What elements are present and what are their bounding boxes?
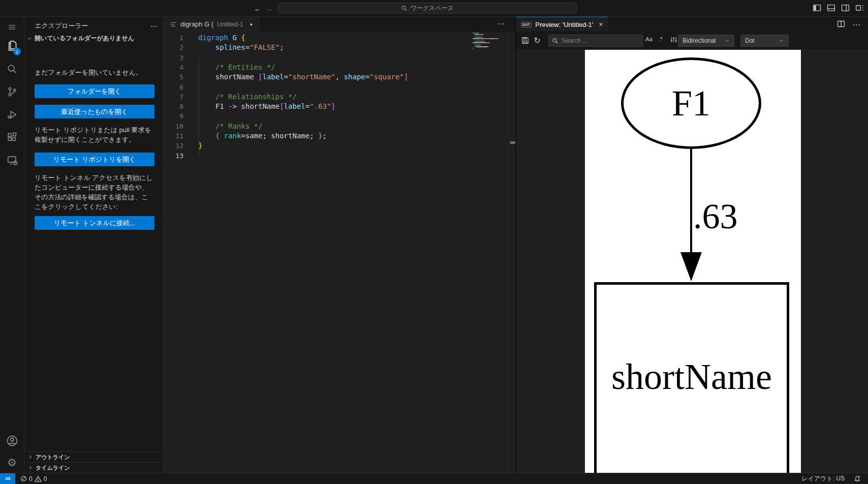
- line-number: 8: [164, 102, 183, 112]
- graph-edge-label: .63: [693, 196, 738, 237]
- error-count: 0: [29, 475, 33, 482]
- search-icon: [401, 5, 408, 12]
- preview-toolbar: ↻ Aa .* Bidirectional Dot: [516, 32, 868, 49]
- tab-untitled-1[interactable]: digraph G { Untitled-1 ●: [164, 17, 259, 32]
- code-line[interactable]: 10 /* Ranks */: [164, 122, 515, 132]
- code-line[interactable]: 3: [164, 53, 515, 63]
- chevron-right-icon: [27, 454, 34, 460]
- chevron-down-icon: [779, 38, 784, 44]
- code-line[interactable]: 4 /* Entities */: [164, 63, 515, 73]
- minimap[interactable]: [471, 33, 509, 94]
- code-line[interactable]: 2 splines="FALSE";: [164, 43, 515, 53]
- explorer-icon[interactable]: 1: [0, 37, 24, 54]
- match-case-icon[interactable]: Aa: [645, 36, 653, 42]
- errors-icon: [20, 475, 27, 482]
- code-line[interactable]: 5 shortName [label="shortName", shape="s…: [164, 72, 515, 82]
- toggle-panel-icon[interactable]: [827, 4, 835, 12]
- refresh-icon[interactable]: ↻: [531, 35, 543, 47]
- account-icon[interactable]: [0, 432, 24, 449]
- sidebar-more-icon[interactable]: ⋯: [150, 22, 158, 30]
- editor-scrollbar[interactable]: [509, 32, 515, 473]
- chevron-down-icon: [724, 38, 730, 44]
- preview-search-box[interactable]: [548, 35, 643, 47]
- filter-sliders-icon[interactable]: [670, 36, 677, 43]
- code-line[interactable]: 8 F1 -> shortName[label=".63"]: [164, 102, 515, 112]
- clone-repo-text: リモート リポジトリまたは pull 要求を複製せずに開くことができます。: [35, 125, 154, 144]
- back-icon[interactable]: ←: [253, 3, 263, 13]
- code-line[interactable]: 1digraph G {: [164, 33, 515, 43]
- remote-indicator[interactable]: ><: [0, 473, 15, 484]
- tab-preview-untitled-1[interactable]: DOT Preview: 'Untitled-1' ×: [516, 17, 608, 32]
- remote-tunnel-text: リモート トンネル アクセスを有効にしたコンピューターに接続する場合や、その方法…: [35, 173, 154, 211]
- split-editor-icon[interactable]: [837, 20, 845, 28]
- code-line[interactable]: 11 { rank=same; shortName; };: [164, 131, 515, 141]
- line-number: 1: [164, 33, 183, 43]
- close-icon[interactable]: ×: [599, 20, 603, 28]
- dot-file-icon: [170, 21, 177, 28]
- extensions-icon[interactable]: [0, 129, 24, 146]
- code-line[interactable]: 6: [164, 82, 515, 93]
- overview-ruler-cursor-mark: [510, 141, 515, 144]
- code-line[interactable]: 7 /* Relationships */: [164, 92, 515, 102]
- preview-pane: DOT Preview: 'Untitled-1' × ⋯ ↻ Aa .*: [515, 17, 868, 473]
- run-debug-icon[interactable]: [0, 106, 24, 123]
- direction-dropdown[interactable]: Bidirectional: [678, 35, 734, 47]
- line-number: 12: [164, 141, 183, 151]
- graph-node-shortname[interactable]: shortName: [594, 282, 789, 473]
- graph-preview-body[interactable]: F1 .63 shortName: [516, 49, 868, 473]
- search-icon: [552, 38, 559, 44]
- sidebar-title: エクスプローラー: [35, 21, 88, 31]
- graph-node-f1[interactable]: F1: [621, 57, 761, 149]
- source-control-icon[interactable]: [0, 83, 24, 100]
- problems-indicator[interactable]: 0 0: [20, 475, 47, 482]
- line-number: 5: [164, 72, 183, 82]
- command-center-search[interactable]: ワークスペース: [278, 3, 577, 14]
- remote-explorer-icon[interactable]: [0, 152, 24, 169]
- timeline-section-header[interactable]: タイムライン: [24, 462, 163, 473]
- chevron-down-icon: [26, 36, 33, 42]
- activity-bar: 1 ⚙: [0, 17, 24, 473]
- toggle-sidebar-icon[interactable]: [813, 4, 821, 12]
- save-icon[interactable]: [519, 35, 531, 47]
- settings-gear-icon[interactable]: ⚙: [0, 454, 24, 471]
- connect-tunnel-button[interactable]: リモート トンネルに接続...: [35, 216, 154, 230]
- preview-tab-title: Preview: 'Untitled-1': [535, 21, 593, 28]
- line-number: 4: [164, 63, 183, 73]
- open-remote-repository-button[interactable]: リモート リポジトリを開く: [35, 153, 154, 166]
- code-line[interactable]: 13: [164, 151, 515, 161]
- editor-group: digraph G { Untitled-1 ● ⋯ 1digraph G {2…: [164, 17, 515, 473]
- code-line[interactable]: 9: [164, 111, 515, 122]
- modified-dot-icon[interactable]: ●: [250, 22, 252, 27]
- open-folder-button[interactable]: フォルダーを開く: [35, 84, 154, 98]
- line-number: 13: [164, 151, 183, 161]
- engine-dropdown[interactable]: Dot: [740, 35, 789, 47]
- explorer-badge: 1: [13, 48, 21, 55]
- keyboard-layout-indicator[interactable]: レイアウト: US: [801, 474, 845, 483]
- warning-count: 0: [44, 475, 47, 482]
- notifications-bell-icon[interactable]: [854, 475, 861, 482]
- graph-arrowhead: [680, 252, 702, 281]
- graph-canvas[interactable]: F1 .63 shortName: [585, 50, 801, 473]
- code-editor[interactable]: 1digraph G {2 splines="FALSE";34 /* Enti…: [164, 32, 515, 473]
- graph-edge: [690, 149, 692, 254]
- preview-search-input[interactable]: [562, 37, 628, 44]
- dot-badge-icon: DOT: [521, 22, 532, 27]
- toggle-secondary-sidebar-icon[interactable]: [841, 4, 850, 12]
- line-number: 11: [164, 131, 183, 141]
- editor-actions-more-icon[interactable]: ⋯: [497, 19, 505, 28]
- customize-layout-icon[interactable]: [855, 4, 864, 12]
- no-folder-section-header[interactable]: 開いているフォルダーがありません: [26, 33, 134, 44]
- menu-icon[interactable]: [0, 18, 24, 36]
- preview-more-icon[interactable]: ⋯: [852, 20, 861, 29]
- code-line[interactable]: 12}: [164, 141, 515, 151]
- regex-icon[interactable]: .*: [659, 36, 663, 42]
- editor-tab-bar: digraph G { Untitled-1 ● ⋯: [164, 17, 515, 32]
- search-view-icon[interactable]: [0, 60, 24, 77]
- open-recent-button[interactable]: 最近使ったものを開く: [35, 105, 154, 118]
- explorer-sidebar: エクスプローラー ⋯ 開いているフォルダーがありません まだフォルダーを開いてい…: [24, 17, 164, 473]
- outline-section-header[interactable]: アウトライン: [24, 451, 163, 462]
- line-number: 9: [164, 111, 183, 122]
- line-number: 3: [164, 53, 183, 63]
- line-number: 10: [164, 122, 183, 132]
- forward-icon[interactable]: →: [264, 3, 274, 13]
